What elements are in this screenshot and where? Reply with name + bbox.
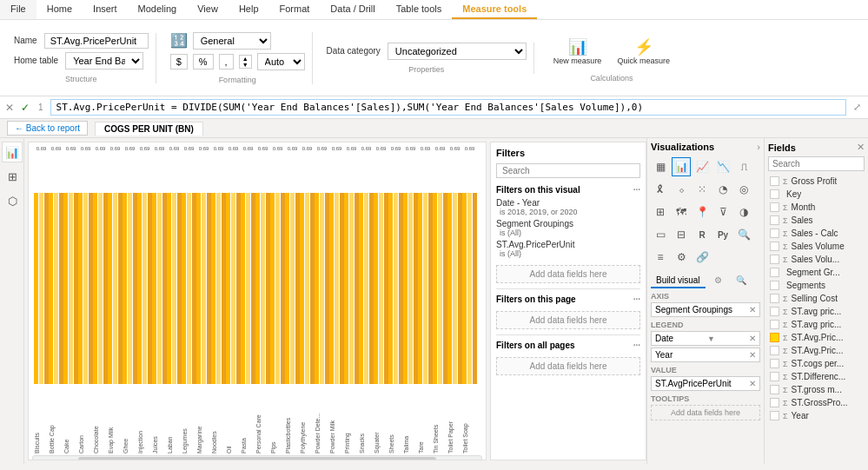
field-checkbox[interactable] [770,176,779,186]
tab-view[interactable]: View [187,0,229,19]
viz-value-field[interactable]: ST.AvgPricePerUnit ✕ [651,376,760,391]
viz-legend-year[interactable]: Year ✕ [651,348,760,362]
bar[interactable] [167,193,171,384]
bar[interactable] [216,193,221,384]
bar[interactable] [69,193,73,384]
field-item[interactable]: ΣST.Differenc... [768,370,865,383]
viz-map[interactable]: 🗺 [672,202,691,222]
bar[interactable] [335,193,339,384]
build-visual-tab[interactable]: Build visual [651,274,706,288]
viz-python[interactable]: Py [713,225,732,244]
bar-group[interactable] [270,193,285,384]
viz-kpi[interactable]: ⚙ [672,248,691,267]
viz-legend-date-remove[interactable]: ✕ [749,334,756,343]
bar-group[interactable] [359,193,374,384]
bar[interactable] [93,193,97,384]
viz-bar-chart[interactable]: 📊 [672,157,691,176]
field-checkbox[interactable] [770,215,779,225]
bar[interactable] [359,193,363,384]
auto-select[interactable]: Auto [257,53,305,70]
bar[interactable] [187,193,191,384]
scrollbar-thumb[interactable] [78,457,437,460]
bar-group[interactable] [78,193,93,384]
field-checkbox[interactable] [770,294,779,303]
field-checkbox[interactable] [770,255,779,264]
bar[interactable] [270,193,275,384]
format-icon[interactable]: 🔢 [170,32,188,49]
bar-group[interactable] [123,193,137,384]
viz-axis-remove[interactable]: ✕ [749,305,756,314]
bar-group[interactable] [329,193,344,384]
field-item[interactable]: Segments [768,279,865,292]
tab-file[interactable]: File [0,0,36,19]
fields-search-input[interactable] [768,156,865,171]
tab-modeling[interactable]: Modeling [128,0,188,19]
bar[interactable] [196,193,201,384]
tab-data-drill[interactable]: Data / Drill [320,0,385,19]
confirm-formula-button[interactable]: ✓ [19,102,31,114]
add-fields-visual-button[interactable]: Add data fields here [496,265,640,283]
bar-group[interactable] [241,193,255,384]
viz-r-visual[interactable]: R [692,225,712,244]
filter-date-year[interactable]: Date - Year is 2018, 2019, or 2020 [496,198,640,216]
bar[interactable] [246,193,250,384]
add-tooltips-button[interactable]: Add data fields here [651,405,760,420]
field-checkbox[interactable] [770,411,779,420]
bar-group[interactable] [196,193,211,384]
field-item[interactable]: ΣGross Profit [768,175,865,188]
bar-group[interactable] [63,193,78,384]
bar-group[interactable] [108,193,123,384]
comma-button[interactable]: , [219,54,234,70]
field-checkbox[interactable] [770,242,779,251]
bar[interactable] [290,193,295,384]
viz-legend-date[interactable]: Date ▼ ✕ [651,331,760,346]
tab-format[interactable]: Format [269,0,321,19]
viz-funnel[interactable]: ⊽ [713,202,732,222]
viz-ribbon[interactable]: 🎗 [651,180,670,199]
tab-help[interactable]: Help [229,0,269,19]
name-input[interactable] [44,33,149,49]
field-item[interactable]: Segment Gr... [768,266,865,279]
bar[interactable] [202,193,206,384]
bar[interactable] [418,193,422,384]
field-checkbox[interactable] [770,346,779,355]
field-checkbox[interactable] [770,281,779,290]
bar[interactable] [462,193,467,384]
bar[interactable] [374,193,378,384]
viz-ai[interactable]: 🔍 [734,225,753,244]
filters-page-dots[interactable]: ··· [633,295,640,304]
bar-group[interactable] [300,193,315,384]
bar-group[interactable] [462,193,477,384]
bar-group[interactable] [226,193,241,384]
viz-treemap[interactable]: ⊞ [651,202,670,222]
bar[interactable] [300,193,304,384]
viz-legend-year-remove[interactable]: ✕ [749,350,756,360]
field-item[interactable]: ΣSales Volume [768,240,865,253]
viz-gauge[interactable]: ◑ [734,202,753,222]
add-fields-page-button[interactable]: Add data fields here [496,311,640,329]
analytics-tab[interactable]: 🔍 [731,274,752,288]
field-checkbox[interactable] [770,333,779,342]
field-item[interactable]: ΣST.gross m... [768,383,865,396]
field-checkbox[interactable] [770,385,779,394]
bar[interactable] [261,193,265,384]
cancel-formula-button[interactable]: ✕ [3,102,16,114]
viz-donut[interactable]: ◎ [734,180,753,199]
field-item[interactable]: ΣMonth [768,201,865,214]
bar[interactable] [364,193,368,384]
viz-filled-map[interactable]: 📍 [692,202,712,222]
bar-group[interactable] [285,193,300,384]
bar[interactable] [142,193,147,384]
bar[interactable] [39,193,43,384]
formula-input[interactable] [50,99,846,116]
field-item[interactable]: ΣSales [768,214,865,227]
field-checkbox[interactable] [770,228,779,238]
field-item[interactable]: ΣST.GrossPro... [768,396,865,409]
field-item[interactable]: Key [768,188,865,201]
bar-group[interactable] [152,193,167,384]
bar[interactable] [63,193,68,384]
viz-waterfall[interactable]: ⬦ [672,180,691,199]
decimal-up-btn[interactable]: ▲ [240,56,251,62]
field-item[interactable]: ΣST.Avg.Pric... [768,331,865,344]
bar[interactable] [152,193,156,384]
